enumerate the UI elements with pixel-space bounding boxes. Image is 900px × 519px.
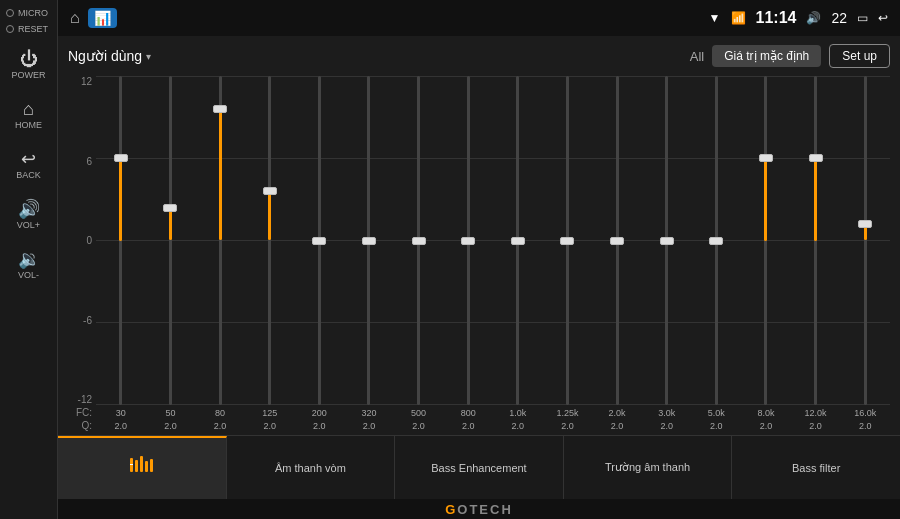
vol-up-button[interactable]: 🔊 VOL+ [4, 192, 54, 238]
y-label-n12: -12 [68, 394, 92, 405]
slider-thumb-14[interactable] [809, 154, 823, 162]
slider-fill-3 [268, 191, 271, 240]
slider-thumb-4[interactable] [312, 237, 326, 245]
power-label: POWER [11, 70, 45, 80]
slider-track-area-3 [245, 76, 295, 405]
back-button[interactable]: ↩ BACK [4, 142, 54, 188]
slider-thumb-2[interactable] [213, 105, 227, 113]
svg-rect-5 [150, 459, 153, 472]
slider-track-13 [764, 76, 767, 405]
fc-val-9: 1.25k [543, 408, 593, 418]
q-values: 2.02.02.02.02.02.02.02.02.02.02.02.02.02… [96, 421, 890, 431]
eq-header-right: All Giá trị mặc định Set up [690, 44, 890, 68]
tab-3[interactable]: Trường âm thanh [564, 436, 733, 499]
q-val-2: 2.0 [195, 421, 245, 431]
eq-grid: 12 6 0 -6 -12 [68, 76, 890, 405]
default-values-button[interactable]: Giá trị mặc định [712, 45, 821, 67]
wifi-icon: ▼ [709, 11, 721, 25]
slider-track-4 [318, 76, 321, 405]
slider-track-1 [169, 76, 172, 405]
slider-track-area-13 [741, 76, 791, 405]
home-button[interactable]: ⌂ HOME [4, 92, 54, 138]
band-col-15 [840, 76, 890, 405]
slider-track-9 [566, 76, 569, 405]
slider-track-5 [367, 76, 370, 405]
power-button[interactable]: ⏻ POWER [4, 42, 54, 88]
slider-fill-0 [119, 158, 122, 240]
q-val-13: 2.0 [741, 421, 791, 431]
back-icon: ↩ [21, 150, 36, 168]
back-topbar-icon[interactable]: ↩ [878, 11, 888, 25]
signal-icon: 📶 [731, 11, 746, 25]
tabbar: Âm thanh vòmBass EnhancementTrường âm th… [58, 435, 900, 499]
q-val-0: 2.0 [96, 421, 146, 431]
slider-track-area-14 [791, 76, 841, 405]
y-axis: 12 6 0 -6 -12 [68, 76, 96, 405]
slider-thumb-10[interactable] [610, 237, 624, 245]
brand-bar: GOTECH [58, 499, 900, 519]
q-val-12: 2.0 [692, 421, 742, 431]
equalizer-icon-active[interactable]: 📊 [88, 8, 117, 28]
slider-track-area-15 [840, 76, 890, 405]
setup-button[interactable]: Set up [829, 44, 890, 68]
q-val-5: 2.0 [344, 421, 394, 431]
eq-header: Người dùng ▾ All Giá trị mặc định Set up [68, 44, 890, 68]
band-col-6 [394, 76, 444, 405]
reset-label: RESET [18, 24, 48, 34]
vol-down-icon: 🔉 [18, 250, 40, 268]
tab-4[interactable]: Bass filter [732, 436, 900, 499]
window-icon: ▭ [857, 11, 868, 25]
y-label-n6: -6 [68, 315, 92, 326]
slider-track-2 [219, 76, 222, 405]
slider-thumb-1[interactable] [163, 204, 177, 212]
user-dropdown[interactable]: Người dùng ▾ [68, 48, 151, 64]
slider-thumb-6[interactable] [412, 237, 426, 245]
slider-track-3 [268, 76, 271, 405]
slider-thumb-3[interactable] [263, 187, 277, 195]
slider-thumb-11[interactable] [660, 237, 674, 245]
sidebar: MICRO RESET ⏻ POWER ⌂ HOME ↩ BACK 🔊 VOL+… [0, 0, 58, 519]
svg-rect-3 [140, 456, 143, 472]
slider-track-area-7 [443, 76, 493, 405]
tab-2[interactable]: Bass Enhancement [395, 436, 564, 499]
band-col-4 [295, 76, 345, 405]
fc-val-14: 12.0k [791, 408, 841, 418]
reset-radio[interactable] [6, 25, 14, 33]
q-val-7: 2.0 [443, 421, 493, 431]
slider-thumb-8[interactable] [511, 237, 525, 245]
svg-rect-4 [145, 461, 148, 472]
brand-g: G [445, 502, 457, 517]
tab-icon-0 [128, 454, 156, 481]
topbar: ⌂ 📊 ▼ 📶 11:14 🔊 22 ▭ ↩ [58, 0, 900, 36]
slider-track-area-6 [394, 76, 444, 405]
back-label: BACK [16, 170, 41, 180]
slider-thumb-9[interactable] [560, 237, 574, 245]
band-col-5 [344, 76, 394, 405]
slider-thumb-5[interactable] [362, 237, 376, 245]
reset-row: RESET [0, 22, 57, 36]
q-val-15: 2.0 [840, 421, 890, 431]
fc-val-7: 800 [443, 408, 493, 418]
svg-rect-1 [130, 464, 133, 465]
slider-fill-1 [169, 208, 172, 241]
slider-track-15 [864, 76, 867, 405]
vol-down-button[interactable]: 🔉 VOL- [4, 242, 54, 288]
band-col-10 [592, 76, 642, 405]
tab-label-2: Bass Enhancement [431, 462, 526, 474]
fc-label: FC: [68, 407, 96, 418]
slider-thumb-7[interactable] [461, 237, 475, 245]
slider-thumb-13[interactable] [759, 154, 773, 162]
band-col-14 [791, 76, 841, 405]
slider-track-area-1 [146, 76, 196, 405]
eq-sliders-wrapper: 12 6 0 -6 -12 [68, 76, 890, 431]
micro-radio[interactable] [6, 9, 14, 17]
slider-thumb-0[interactable] [114, 154, 128, 162]
fc-val-10: 2.0k [592, 408, 642, 418]
tab-0[interactable] [58, 436, 227, 499]
slider-track-0 [119, 76, 122, 405]
slider-thumb-12[interactable] [709, 237, 723, 245]
slider-track-14 [814, 76, 817, 405]
slider-thumb-15[interactable] [858, 220, 872, 228]
tab-1[interactable]: Âm thanh vòm [227, 436, 396, 499]
tab-label-3: Trường âm thanh [605, 461, 690, 474]
